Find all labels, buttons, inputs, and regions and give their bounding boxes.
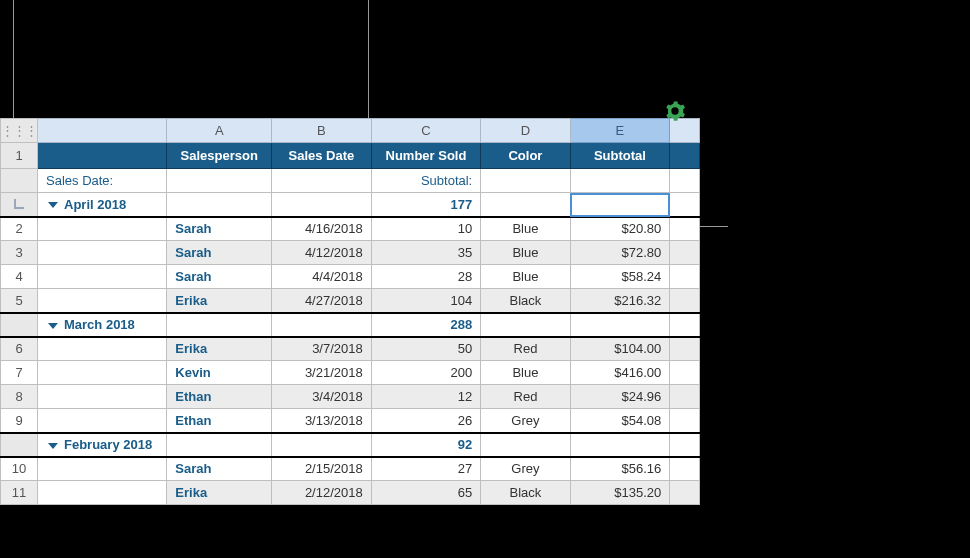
- cell-date[interactable]: 4/27/2018: [272, 289, 372, 313]
- cell-color[interactable]: Grey: [481, 409, 570, 433]
- header-sales-date[interactable]: Sales Date: [272, 143, 372, 169]
- cell-number-sold[interactable]: 26: [371, 409, 481, 433]
- column-header-group[interactable]: [38, 119, 167, 143]
- cell-number-sold[interactable]: 200: [371, 361, 481, 385]
- table-row[interactable]: 2 Sarah 4/16/2018 10 Blue $20.80: [1, 217, 700, 241]
- header-number-sold[interactable]: Number Sold: [371, 143, 481, 169]
- cell-salesperson[interactable]: Sarah: [167, 457, 272, 481]
- cell-date[interactable]: 3/4/2018: [272, 385, 372, 409]
- cell-subtotal[interactable]: $54.08: [570, 409, 670, 433]
- table-row[interactable]: 5 Erika 4/27/2018 104 Black $216.32: [1, 289, 700, 313]
- cell-subtotal[interactable]: $104.00: [570, 337, 670, 361]
- row-number[interactable]: 6: [1, 337, 38, 361]
- cell-color[interactable]: Black: [481, 481, 570, 505]
- cell-salesperson[interactable]: Ethan: [167, 409, 272, 433]
- group-summary-row[interactable]: April 2018 177: [1, 193, 700, 217]
- cell-salesperson[interactable]: Kevin: [167, 361, 272, 385]
- row-gutter[interactable]: [1, 169, 38, 193]
- cell-date[interactable]: 2/12/2018: [272, 481, 372, 505]
- cell-subtotal[interactable]: $72.80: [570, 241, 670, 265]
- cell-date[interactable]: 3/13/2018: [272, 409, 372, 433]
- cell-salesperson[interactable]: Erika: [167, 289, 272, 313]
- row-number[interactable]: 10: [1, 457, 38, 481]
- table-row[interactable]: 10 Sarah 2/15/2018 27 Grey $56.16: [1, 457, 700, 481]
- cell-number-sold[interactable]: 65: [371, 481, 481, 505]
- column-header-D[interactable]: D: [481, 119, 570, 143]
- cell-subtotal[interactable]: $135.20: [570, 481, 670, 505]
- cell-subtotal[interactable]: $56.16: [570, 457, 670, 481]
- cell-salesperson[interactable]: Erika: [167, 481, 272, 505]
- table-corner[interactable]: ⋮⋮⋮: [1, 119, 38, 143]
- cell-color[interactable]: Blue: [481, 265, 570, 289]
- cell-number-sold[interactable]: 104: [371, 289, 481, 313]
- cell-salesperson[interactable]: Sarah: [167, 265, 272, 289]
- header-subtotal[interactable]: Subtotal: [570, 143, 670, 169]
- cell-number-sold[interactable]: 27: [371, 457, 481, 481]
- cell-date[interactable]: 2/15/2018: [272, 457, 372, 481]
- cell-salesperson[interactable]: Erika: [167, 337, 272, 361]
- cell-date[interactable]: 4/12/2018: [272, 241, 372, 265]
- cell-date[interactable]: 3/21/2018: [272, 361, 372, 385]
- column-header-A[interactable]: A: [167, 119, 272, 143]
- row-number[interactable]: 7: [1, 361, 38, 385]
- header-salesperson[interactable]: Salesperson: [167, 143, 272, 169]
- cell-color[interactable]: Blue: [481, 361, 570, 385]
- cell-color[interactable]: Red: [481, 385, 570, 409]
- cell-subtotal[interactable]: $20.80: [570, 217, 670, 241]
- cell-salesperson[interactable]: Sarah: [167, 217, 272, 241]
- table-row[interactable]: 9 Ethan 3/13/2018 26 Grey $54.08: [1, 409, 700, 433]
- column-header-E[interactable]: E: [570, 119, 670, 143]
- table-row[interactable]: 11 Erika 2/12/2018 65 Black $135.20: [1, 481, 700, 505]
- group-sum[interactable]: 288: [371, 313, 481, 337]
- group-toggle[interactable]: April 2018: [38, 193, 167, 217]
- cell-color[interactable]: Black: [481, 289, 570, 313]
- table-row[interactable]: 8 Ethan 3/4/2018 12 Red $24.96: [1, 385, 700, 409]
- column-header-B[interactable]: B: [272, 119, 372, 143]
- header-blank[interactable]: [38, 143, 167, 169]
- cell-number-sold[interactable]: 28: [371, 265, 481, 289]
- cell-subtotal[interactable]: $24.96: [570, 385, 670, 409]
- cell-salesperson[interactable]: Ethan: [167, 385, 272, 409]
- group-sum[interactable]: 92: [371, 433, 481, 457]
- group-sum[interactable]: 177: [371, 193, 481, 217]
- row-gutter[interactable]: [1, 433, 38, 457]
- table-row[interactable]: 7 Kevin 3/21/2018 200 Blue $416.00: [1, 361, 700, 385]
- cell-color[interactable]: Red: [481, 337, 570, 361]
- selected-cell[interactable]: [570, 193, 670, 217]
- cell-subtotal[interactable]: $58.24: [570, 265, 670, 289]
- summary-action-button[interactable]: [664, 100, 686, 122]
- header-color[interactable]: Color: [481, 143, 570, 169]
- group-toggle[interactable]: March 2018: [38, 313, 167, 337]
- row-number[interactable]: 2: [1, 217, 38, 241]
- table-row[interactable]: 6 Erika 3/7/2018 50 Red $104.00: [1, 337, 700, 361]
- group-summary-row[interactable]: February 2018 92: [1, 433, 700, 457]
- row-number[interactable]: 11: [1, 481, 38, 505]
- cell-color[interactable]: Blue: [481, 217, 570, 241]
- cell-salesperson[interactable]: Sarah: [167, 241, 272, 265]
- cell-subtotal[interactable]: $216.32: [570, 289, 670, 313]
- table-row[interactable]: 3 Sarah 4/12/2018 35 Blue $72.80: [1, 241, 700, 265]
- cell-date[interactable]: 4/4/2018: [272, 265, 372, 289]
- row-gutter[interactable]: [1, 313, 38, 337]
- row-number[interactable]: 1: [1, 143, 38, 169]
- cell-date[interactable]: 4/16/2018: [272, 217, 372, 241]
- row-number[interactable]: 9: [1, 409, 38, 433]
- row-number[interactable]: 8: [1, 385, 38, 409]
- row-number[interactable]: 4: [1, 265, 38, 289]
- cell-number-sold[interactable]: 12: [371, 385, 481, 409]
- group-toggle[interactable]: February 2018: [38, 433, 167, 457]
- cell-number-sold[interactable]: 35: [371, 241, 481, 265]
- cell-color[interactable]: Grey: [481, 457, 570, 481]
- spreadsheet-table[interactable]: ⋮⋮⋮ A B C D E 1 Salesperson Sales Date N…: [0, 118, 700, 505]
- cell-number-sold[interactable]: 50: [371, 337, 481, 361]
- row-gutter[interactable]: [1, 193, 38, 217]
- cell-subtotal[interactable]: $416.00: [570, 361, 670, 385]
- group-summary-row[interactable]: March 2018 288: [1, 313, 700, 337]
- table-row[interactable]: 4 Sarah 4/4/2018 28 Blue $58.24: [1, 265, 700, 289]
- cell-color[interactable]: Blue: [481, 241, 570, 265]
- row-number[interactable]: 3: [1, 241, 38, 265]
- cell-number-sold[interactable]: 10: [371, 217, 481, 241]
- cell-date[interactable]: 3/7/2018: [272, 337, 372, 361]
- column-header-C[interactable]: C: [371, 119, 481, 143]
- row-number[interactable]: 5: [1, 289, 38, 313]
